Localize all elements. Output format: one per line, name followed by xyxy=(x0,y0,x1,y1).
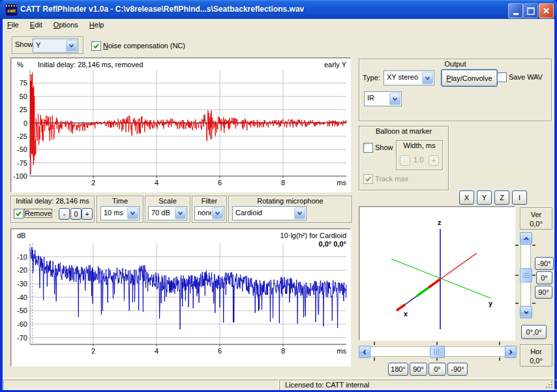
menu-options[interactable]: Options xyxy=(49,19,83,30)
scale-dropdown[interactable]: 70 dB xyxy=(148,206,187,220)
nc-checkbox[interactable] xyxy=(91,41,101,51)
svg-text:-50: -50 xyxy=(17,145,27,153)
vslider-tick xyxy=(532,275,535,276)
filter-dropdown[interactable]: none xyxy=(194,206,224,220)
ver-90-button[interactable]: 90° xyxy=(535,286,552,299)
hor-180-button[interactable]: 180° xyxy=(388,363,408,376)
ver-minus90-button[interactable]: -90° xyxy=(535,257,554,270)
hor-minus90-button[interactable]: -90° xyxy=(447,363,468,376)
balloon-show-checkbox[interactable] xyxy=(363,143,373,153)
axis-i-button[interactable]: I xyxy=(512,190,527,205)
marker-y-segment xyxy=(417,288,429,296)
scale-value: 70 dB xyxy=(149,207,174,220)
bottom-chart-plot[interactable]: 2468-10-20-30-40-50-60-70ms xyxy=(11,229,349,365)
chevron-right-icon xyxy=(509,350,513,355)
chevron-down-icon[interactable] xyxy=(212,207,223,219)
ver-slider-up-button[interactable] xyxy=(520,232,532,245)
chevron-down-icon[interactable] xyxy=(127,207,138,219)
delay-zero-button[interactable]: 0 xyxy=(70,208,82,220)
minimize-button[interactable] xyxy=(508,3,523,18)
chevron-down-icon[interactable] xyxy=(294,207,305,219)
scale-title: Scale xyxy=(145,197,190,205)
close-button[interactable] xyxy=(539,3,554,18)
svg-text:8: 8 xyxy=(281,347,285,355)
view3d-panel[interactable]: z y x xyxy=(359,206,515,340)
z-axis-label: z xyxy=(438,219,442,226)
svg-text:4: 4 xyxy=(155,347,158,355)
marker-x-segment xyxy=(429,279,440,288)
play-convolve-button[interactable]: Play/Convolve xyxy=(441,69,498,87)
origin-button[interactable]: 0°,0° xyxy=(521,325,547,339)
close-icon xyxy=(543,7,550,14)
resize-grip[interactable] xyxy=(545,381,553,389)
balloon-title: Balloon at marker xyxy=(359,127,448,136)
ver-slider-down-button[interactable] xyxy=(520,306,532,318)
chevron-down-icon[interactable] xyxy=(66,40,77,52)
chevron-down-icon[interactable] xyxy=(422,72,433,84)
svg-text:-10: -10 xyxy=(17,253,27,261)
hor-label: Hor xyxy=(520,347,552,356)
svg-text:ms: ms xyxy=(337,347,346,355)
svg-text:ms: ms xyxy=(337,179,346,187)
hor-slider-right-button[interactable] xyxy=(505,346,517,358)
hslider-tick xyxy=(499,357,500,361)
hor-0-button[interactable]: 0° xyxy=(429,363,446,376)
chevron-down-icon xyxy=(524,310,529,314)
svg-text:-75: -75 xyxy=(17,159,27,167)
output-group: Output xyxy=(359,59,552,121)
svg-text:-60: -60 xyxy=(17,320,27,328)
y-axis-label: y xyxy=(489,299,493,307)
top-chart-plot[interactable]: 24687550250-25-50-75-100ms xyxy=(11,58,349,190)
maximize-button[interactable] xyxy=(523,3,538,18)
chevron-down-icon[interactable] xyxy=(389,93,400,105)
chevron-down-icon[interactable] xyxy=(175,207,186,219)
output-type-dropdown[interactable]: XY stereo xyxy=(384,70,434,85)
hor-slider-left-button[interactable] xyxy=(359,346,370,358)
app-window: { "window": { "title": "CATT ReflPhinder… xyxy=(0,0,557,392)
time-dropdown[interactable]: 10 ms xyxy=(100,206,140,220)
delay-minus-button[interactable]: - xyxy=(59,208,70,220)
window-title: CATT ReflPhinder v1.0a - C:\v8release\Re… xyxy=(20,5,304,14)
hor-value: 0,0° xyxy=(520,356,552,365)
nc-label[interactable]: Noise compensation (NC) xyxy=(103,42,185,50)
rotating-mic-value: Cardioid xyxy=(233,207,294,220)
hor-slider-thumb[interactable] xyxy=(430,346,445,358)
remove-label[interactable]: Remove xyxy=(25,209,52,217)
menu-edit[interactable]: Edit xyxy=(25,19,47,30)
width-minus-button[interactable]: - xyxy=(400,155,410,166)
hor-readout: Hor 0,0° xyxy=(520,344,552,367)
minimize-icon xyxy=(513,13,519,15)
menu-file[interactable]: File xyxy=(3,19,23,30)
check-icon xyxy=(14,209,23,218)
svg-text:50: 50 xyxy=(20,93,27,100)
balloon-show-label[interactable]: Show xyxy=(375,143,393,151)
show-label: Show xyxy=(15,40,33,48)
svg-text:75: 75 xyxy=(20,79,27,87)
menu-help[interactable]: Help xyxy=(85,19,109,30)
ver-slider-thumb[interactable] xyxy=(520,268,532,282)
svg-text:-40: -40 xyxy=(17,294,27,301)
app-icon: catt xyxy=(5,4,18,16)
hor-90-button[interactable]: 90° xyxy=(410,363,427,376)
time-value: 10 ms xyxy=(101,207,127,220)
axis-y-button[interactable]: Y xyxy=(477,190,492,205)
delay-plus-button[interactable]: + xyxy=(82,208,93,220)
title-bar[interactable]: catt CATT ReflPhinder v1.0a - C:\v8relea… xyxy=(0,0,557,19)
chevron-up-icon xyxy=(524,237,529,241)
balloon-width-value: 1.0 xyxy=(414,156,423,164)
axis-z-button[interactable]: Z xyxy=(494,190,509,205)
remove-checkbox[interactable] xyxy=(14,209,23,219)
ir-dropdown[interactable]: IR xyxy=(364,91,402,106)
save-wav-label[interactable]: Save WAV xyxy=(509,73,543,81)
axis-x-button[interactable]: X xyxy=(459,190,474,205)
save-wav-checkbox[interactable] xyxy=(497,72,507,82)
show-dropdown[interactable]: Y xyxy=(33,38,78,53)
ver-0-button[interactable]: 0° xyxy=(536,271,552,284)
svg-text:-100: -100 xyxy=(13,172,27,180)
x-axis-line xyxy=(440,253,477,279)
initial-delay-title: Initial delay: 28,146 ms xyxy=(11,197,94,205)
rotating-mic-dropdown[interactable]: Cardioid xyxy=(232,206,307,220)
track-max-checkbox[interactable] xyxy=(363,174,373,184)
hslider-tick xyxy=(499,342,500,345)
width-plus-button[interactable]: + xyxy=(429,155,439,166)
